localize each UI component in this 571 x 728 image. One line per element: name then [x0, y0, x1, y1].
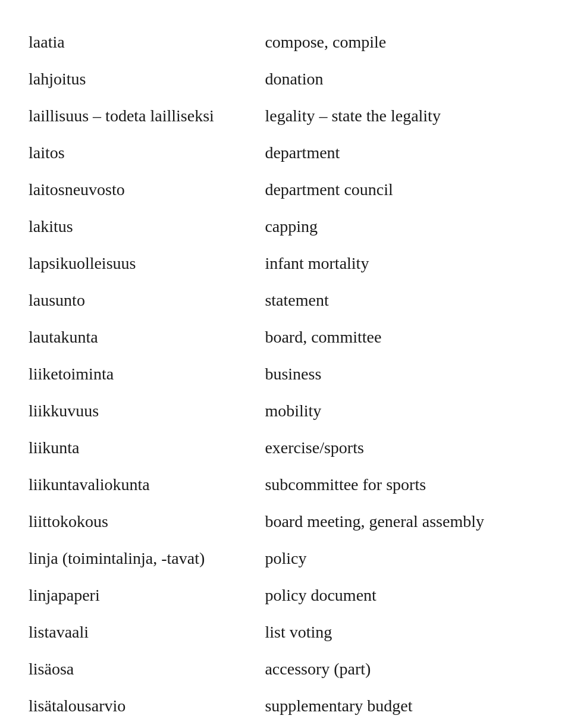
glossary-row: lisätalousarviosupplementary budget	[29, 688, 542, 724]
english-translation: donation	[265, 67, 542, 92]
glossary-row: lahjoitusdonation	[29, 61, 542, 98]
finnish-term: lahjoitus	[29, 67, 265, 92]
glossary-row: lapsikuolleisuusinfant mortality	[29, 245, 542, 282]
finnish-term: lausunto	[29, 288, 265, 313]
finnish-term: lautakunta	[29, 325, 265, 350]
finnish-term: laillisuus – todeta lailliseksi	[29, 103, 265, 128]
glossary-row: laillisuus – todeta lailliseksilegality …	[29, 98, 542, 134]
glossary-row: laitosneuvostodepartment council	[29, 171, 542, 208]
finnish-term: liikkuvuus	[29, 398, 265, 423]
english-translation: department	[265, 140, 542, 165]
english-translation: subcommittee for sports	[265, 472, 542, 497]
glossary-row: liittokokousboard meeting, general assem…	[29, 503, 542, 540]
english-translation: policy	[265, 546, 542, 571]
english-translation: capping	[265, 214, 542, 239]
finnish-term: laatia	[29, 30, 265, 55]
glossary-row: laitosdepartment	[29, 134, 542, 171]
finnish-term: laitos	[29, 140, 265, 165]
glossary-row: lausuntostatement	[29, 282, 542, 319]
finnish-term: linja (toimintalinja, -tavat)	[29, 546, 265, 571]
glossary-row: liiketoimintabusiness	[29, 356, 542, 393]
glossary-row: liikuntavaliokuntasubcommittee for sport…	[29, 466, 542, 503]
finnish-term: lisäosa	[29, 657, 265, 682]
english-translation: board, committee	[265, 325, 542, 350]
glossary-row: lakituscapping	[29, 208, 542, 245]
english-translation: infant mortality	[265, 251, 542, 276]
glossary-container: laatiacompose, compilelahjoitusdonationl…	[29, 24, 542, 728]
glossary-row: liikuntaexercise/sports	[29, 429, 542, 466]
english-translation: accessory (part)	[265, 657, 542, 682]
finnish-term: lapsikuolleisuus	[29, 251, 265, 276]
english-translation: board meeting, general assembly	[265, 509, 542, 534]
english-translation: legality – state the legality	[265, 103, 542, 128]
glossary-row: listavaalilist voting	[29, 614, 542, 651]
english-translation: exercise/sports	[265, 435, 542, 460]
glossary-row: linja (toimintalinja, -tavat)policy	[29, 540, 542, 577]
finnish-term: lisätalousarvio	[29, 694, 265, 718]
glossary-row: lautakuntaboard, committee	[29, 319, 542, 356]
finnish-term: listavaali	[29, 620, 265, 645]
glossary-row: liikkuvuusmobility	[29, 393, 542, 429]
glossary-row: linjapaperipolicy document	[29, 577, 542, 614]
english-translation: policy document	[265, 583, 542, 608]
finnish-term: liikuntavaliokunta	[29, 472, 265, 497]
finnish-term: laitosneuvosto	[29, 177, 265, 202]
finnish-term: liiketoiminta	[29, 362, 265, 387]
english-translation: list voting	[265, 620, 542, 645]
english-translation: business	[265, 362, 542, 387]
english-translation: supplementary budget	[265, 694, 542, 718]
english-translation: department council	[265, 177, 542, 202]
english-translation: statement	[265, 288, 542, 313]
glossary-row: laatiacompose, compile	[29, 24, 542, 61]
finnish-term: liikunta	[29, 435, 265, 460]
glossary-row: lomakeform	[29, 724, 542, 728]
glossary-row: lisäosaaccessory (part)	[29, 651, 542, 688]
finnish-term: linjapaperi	[29, 583, 265, 608]
english-translation: mobility	[265, 398, 542, 423]
finnish-term: lakitus	[29, 214, 265, 239]
finnish-term: liittokokous	[29, 509, 265, 534]
english-translation: compose, compile	[265, 30, 542, 55]
